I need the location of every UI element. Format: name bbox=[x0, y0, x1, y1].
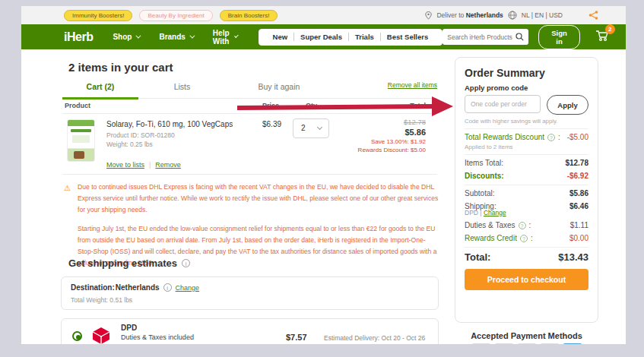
carrier-duties-note: Duties & Taxes included bbox=[121, 333, 194, 341]
quantity-select[interactable]: 2 bbox=[293, 118, 329, 138]
payment-method-icons bbox=[455, 343, 598, 344]
link-separator bbox=[144, 161, 155, 169]
link-new[interactable]: New bbox=[267, 33, 294, 41]
col-price: Price bbox=[262, 102, 279, 109]
amex-icon bbox=[563, 343, 582, 344]
mastercard-icon bbox=[494, 343, 514, 344]
apply-promo-button[interactable]: Apply bbox=[547, 95, 588, 115]
shipping-carrier: DPD bbox=[465, 209, 478, 216]
search-icon[interactable] bbox=[516, 33, 524, 41]
carrier-name: DPD bbox=[121, 324, 137, 332]
discounts-label: Discounts: bbox=[465, 172, 504, 180]
product-weight: Weight: 0.25 lbs bbox=[106, 141, 153, 148]
chevron-down-icon bbox=[189, 33, 195, 39]
total-weight: Total Weight: 0.51 lbs bbox=[71, 296, 429, 304]
rewards-discount-label: Total Rewards Discount bbox=[465, 133, 544, 141]
items-total-value: $12.78 bbox=[565, 159, 588, 167]
share-icon[interactable] bbox=[588, 11, 598, 20]
locale-selector[interactable]: NL | EN | USD bbox=[522, 11, 563, 19]
carrier-delivery-estimate: Estimated Delivery: Oct 20 - Oct 26 bbox=[324, 334, 425, 342]
item-current-total: $5.86 bbox=[358, 128, 426, 137]
duties-taxes-value: $1.11 bbox=[570, 221, 588, 229]
promo-note: Code with higher savings will apply. bbox=[465, 118, 588, 125]
promo-pill-beauty[interactable]: Beauty By Ingredient bbox=[139, 10, 212, 21]
info-icon[interactable] bbox=[163, 283, 172, 292]
utility-bar: Immunity Boosters! Beauty By Ingredient … bbox=[21, 6, 626, 24]
move-to-lists-link[interactable]: Move to lists bbox=[106, 161, 144, 169]
deliver-to[interactable]: Deliver to Netherlands bbox=[436, 11, 503, 19]
promo-code-label: Apply promo code bbox=[465, 84, 588, 92]
promo-code-input[interactable] bbox=[465, 95, 541, 113]
rewards-discount-value: -$5.00 bbox=[567, 133, 588, 141]
dpd-logo-icon bbox=[92, 327, 110, 344]
radio-selected-icon[interactable] bbox=[72, 331, 82, 341]
nav-menu-brands[interactable]: Brands bbox=[159, 33, 192, 41]
item-totals: $12.78 $5.86 Save 13.00%: $1.92 Rewards … bbox=[358, 118, 426, 153]
remove-all-items-link[interactable]: Remove all items bbox=[388, 81, 437, 89]
carrier-price: $7.57 bbox=[286, 333, 307, 342]
link-trials[interactable]: Trials bbox=[348, 33, 380, 41]
chevron-down-icon bbox=[235, 33, 240, 38]
discounts-value: -$6.92 bbox=[567, 172, 588, 180]
destination-card: Destination:Netherlands Change Total Wei… bbox=[61, 276, 439, 310]
item-rewards-line: Rewards Discount: $5.00 bbox=[358, 147, 426, 153]
rewards-discount-subtext: Applied to 2 items bbox=[465, 144, 588, 150]
info-icon[interactable] bbox=[182, 259, 190, 267]
remove-item-link[interactable]: Remove bbox=[155, 161, 181, 169]
cart-button[interactable]: 2 bbox=[595, 30, 609, 45]
main-navbar: iHerb Shop Brands Help With New Super De… bbox=[21, 24, 626, 49]
shipping-value: $6.46 bbox=[569, 202, 588, 210]
change-destination-link[interactable]: Change bbox=[176, 284, 200, 292]
link-best-sellers[interactable]: Best Sellers bbox=[380, 33, 434, 41]
visa-icon bbox=[471, 343, 491, 344]
tab-lists[interactable]: Lists bbox=[141, 80, 222, 100]
question-icon[interactable] bbox=[520, 235, 528, 242]
question-icon[interactable] bbox=[519, 222, 526, 229]
chevron-down-icon bbox=[317, 125, 322, 130]
warning-icon: ⚠ bbox=[64, 182, 71, 195]
promo-pill-immunity[interactable]: Immunity Boosters! bbox=[64, 10, 132, 21]
quantity-value: 2 bbox=[301, 124, 306, 132]
col-qty: Qty bbox=[306, 102, 317, 109]
items-total-label: Items Total: bbox=[465, 159, 503, 167]
carrier-free-threshold: Free for orders $40.00+ bbox=[121, 343, 185, 344]
nav-menu-help-with[interactable]: Help With bbox=[213, 29, 237, 46]
shipping-option-dpd[interactable]: DPD Duties & Taxes included Free for ord… bbox=[61, 318, 439, 344]
col-total: Total bbox=[410, 102, 426, 109]
page-title: 2 items in your cart bbox=[68, 61, 173, 74]
tab-buy-it-again[interactable]: Buy it again bbox=[226, 80, 332, 100]
product-id: Product ID: SOR-01280 bbox=[106, 131, 175, 139]
link-super-deals[interactable]: Super Deals bbox=[293, 33, 348, 41]
question-icon[interactable] bbox=[547, 134, 555, 141]
item-unit-price: $6.39 bbox=[262, 120, 281, 128]
quick-links: New Super Deals Trials Best Sellers bbox=[259, 29, 443, 46]
shipping-estimates-heading: Get shipping estimates bbox=[68, 257, 190, 269]
cart-tabs: Cart (2) Lists Buy it again Remove all i… bbox=[62, 79, 437, 99]
duties-taxes-label: Duties & Taxes bbox=[465, 221, 516, 229]
sign-in-button[interactable]: Sign in bbox=[538, 25, 580, 49]
total-value: $13.43 bbox=[558, 251, 588, 263]
globe-icon bbox=[508, 11, 517, 20]
separator: | bbox=[480, 209, 481, 216]
tab-cart[interactable]: Cart (2) bbox=[62, 80, 138, 100]
subtotal-label: Subtotal: bbox=[465, 189, 494, 197]
search-input[interactable] bbox=[447, 33, 516, 41]
order-summary-title: Order Summary bbox=[465, 67, 588, 79]
chevron-down-icon bbox=[136, 33, 141, 39]
discover-icon bbox=[540, 343, 560, 344]
nav-menu-shop[interactable]: Shop bbox=[113, 33, 139, 41]
paypal-icon bbox=[517, 343, 537, 344]
cart-table-header: Product Price Qty Total bbox=[62, 102, 437, 114]
rewards-credit-label: Rewards Credit bbox=[465, 234, 517, 242]
promo-pill-brain[interactable]: Brain Boosters! bbox=[220, 10, 278, 21]
product-title[interactable]: Solaray, Fo-Ti, 610 mg, 100 VegCaps bbox=[106, 120, 236, 128]
destination-label: Destination: bbox=[71, 283, 115, 292]
search-box bbox=[443, 29, 528, 45]
iherb-logo[interactable]: iHerb bbox=[64, 30, 93, 44]
warning-paragraph-1: Due to continued issues DHL Express is f… bbox=[78, 182, 439, 216]
proceed-to-checkout-button[interactable]: Proceed to checkout bbox=[465, 269, 588, 290]
change-shipping-link[interactable]: Change bbox=[484, 209, 506, 216]
product-thumbnail[interactable] bbox=[67, 119, 95, 162]
subtotal-value: $5.86 bbox=[569, 189, 588, 197]
order-summary-card: Order Summary Apply promo code Apply Cod… bbox=[455, 57, 598, 323]
